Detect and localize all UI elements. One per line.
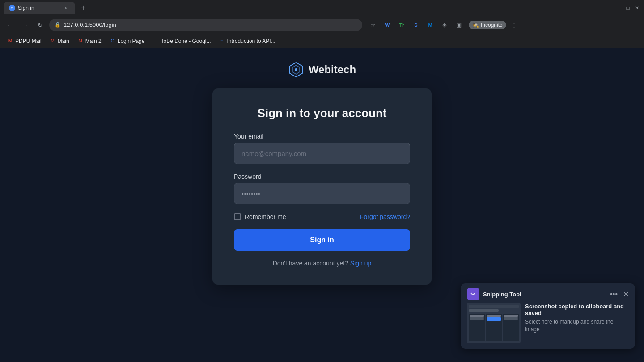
toast-menu-button[interactable]: ••• [610,290,618,298]
signup-row: Don't have an account yet? Sign up [234,260,410,267]
bookmark-label-api: Introduction to API... [227,38,275,44]
maximize-button[interactable]: □ [624,4,631,12]
bookmark-favicon-tobe: + [153,38,159,44]
incognito-badge: 🕵 Incognito [469,21,506,29]
tab-label: Sign in [18,5,60,11]
back-button[interactable]: ← [4,19,16,31]
toast-body[interactable]: Screenshot copied to clipboard and saved… [461,303,635,349]
email-label: Your email [234,133,410,140]
password-field-group: Password [234,173,410,204]
login-card: Sign in to your account Your email Passw… [212,88,432,285]
bookmark-intro-api[interactable]: ≡ Introduction to API... [216,36,279,46]
bookmark-favicon-api: ≡ [219,38,225,44]
page-content: Webitech Sign in to your account Your em… [0,48,644,362]
forgot-password-link[interactable]: Forgot password? [360,213,410,220]
bookmark-favicon-main: M [50,38,56,44]
browser-frame: S Sign in × + ─ □ ✕ ← → ↻ 🔒 127.0.0.1:50… [0,0,644,362]
toast-title: Screenshot copied to clipboard and saved [525,303,629,316]
bookmark-pdpu-mail[interactable]: M PDPU Mail [4,36,45,46]
new-tab-button[interactable]: + [77,2,89,14]
svg-point-2 [295,68,297,71]
logo-area: Webitech [288,62,356,78]
options-row: Remember me Forgot password? [234,213,410,220]
extension-icon-s[interactable]: S [410,19,422,31]
remember-me-label: Remember me [245,213,286,220]
star-icon[interactable]: ☆ [367,19,379,31]
signup-link[interactable]: Sign up [350,260,371,267]
card-title: Sign in to your account [234,106,410,120]
address-bar: ← → ↻ 🔒 127.0.0.1:5000/login ☆ W Tr S M … [0,16,644,34]
bookmark-main2[interactable]: M Main 2 [74,36,105,46]
bookmark-favicon-main2: M [77,38,84,44]
logo-icon [288,62,304,78]
toast-close-button[interactable]: ✕ [623,290,629,299]
browser-menu-button[interactable]: ⋮ [508,19,521,31]
toolbar-icons: ☆ W Tr S M ◈ ▣ 🕵 Incognito ⋮ [367,19,521,31]
title-bar: S Sign in × + ─ □ ✕ [0,0,644,16]
sign-in-button[interactable]: Sign in [234,229,410,251]
extensions-button[interactable]: ◈ [438,19,451,31]
tab-favicon: S [9,5,15,11]
url-text: 127.0.0.1:5000/login [64,21,116,28]
toast-thumbnail [467,303,521,343]
close-window-button[interactable]: ✕ [633,4,640,12]
lock-icon: 🔒 [55,22,61,28]
snipping-tool-icon: ✂ [467,288,479,300]
remember-me-group: Remember me [234,213,286,220]
logo-text: Webitech [309,63,356,76]
toast-app-name: Snipping Tool [483,291,606,298]
toast-header: ✂ Snipping Tool ••• ✕ [461,283,635,303]
profile-button[interactable]: ▣ [453,19,465,31]
bookmark-label-login: Login Page [118,38,145,44]
forward-button[interactable]: → [19,19,31,31]
email-field-group: Your email [234,133,410,164]
reload-button[interactable]: ↻ [34,19,47,31]
signup-text: Don't have an account yet? [273,260,350,267]
toast-description: Select here to mark up and share the ima… [525,318,629,333]
bookmark-tobe-done[interactable]: + ToBe Done - Googl... [149,36,214,46]
bookmark-main[interactable]: M Main [46,36,73,46]
password-input[interactable] [234,183,410,204]
extension-icon-w[interactable]: W [381,19,394,31]
bookmark-favicon-login: G [110,38,116,44]
bookmark-label-pdpu: PDPU Mail [15,38,42,44]
window-controls: ─ □ ✕ [615,4,640,12]
toast-text: Screenshot copied to clipboard and saved… [525,303,629,343]
remember-me-checkbox[interactable] [234,213,241,220]
minimize-button[interactable]: ─ [615,4,623,12]
browser-tab[interactable]: S Sign in × [4,2,75,14]
bookmark-label-main: Main [58,38,69,44]
incognito-icon: 🕵 [472,22,479,28]
tab-close-button[interactable]: × [63,4,70,12]
bookmark-favicon-pdpu: M [7,38,13,44]
bookmark-label-tobe: ToBe Done - Googl... [161,38,211,44]
email-input[interactable] [234,143,410,164]
password-label: Password [234,173,410,180]
bookmarks-bar: M PDPU Mail M Main M Main 2 G Login Page… [0,34,644,48]
url-bar[interactable]: 🔒 127.0.0.1:5000/login [49,19,362,31]
bookmark-login-page[interactable]: G Login Page [106,36,148,46]
incognito-label: Incognito [481,22,503,28]
snipping-tool-toast: ✂ Snipping Tool ••• ✕ [461,283,635,349]
extension-icon-tr[interactable]: Tr [395,19,408,31]
extension-icon-m[interactable]: M [424,19,436,31]
bookmark-label-main2: Main 2 [85,38,102,44]
